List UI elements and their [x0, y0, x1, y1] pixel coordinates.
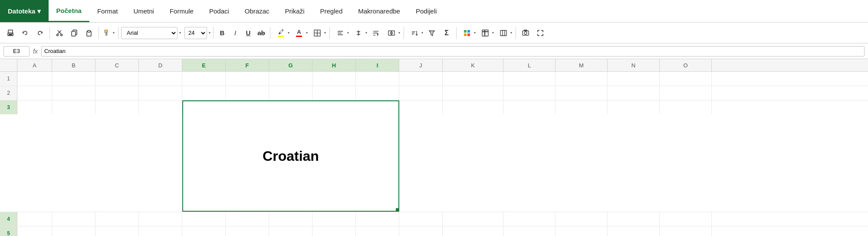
macros-menu[interactable]: Makronaredbe — [350, 0, 408, 22]
col-header-o[interactable]: O — [660, 59, 712, 71]
data-menu[interactable]: Podaci — [201, 0, 237, 22]
cell-c2[interactable] — [95, 86, 139, 100]
cell-c5[interactable] — [95, 226, 139, 236]
expand-button[interactable] — [533, 26, 547, 40]
cell-o1[interactable] — [660, 72, 712, 86]
cell-e5[interactable] — [182, 226, 226, 236]
row-header-1[interactable]: 1 — [0, 72, 17, 86]
sum-button[interactable]: Σ — [440, 26, 454, 40]
cell-m2[interactable] — [556, 86, 608, 100]
cell-l5[interactable] — [503, 226, 556, 236]
cell-i5[interactable] — [356, 226, 399, 236]
cols-button[interactable] — [496, 26, 510, 40]
underline-button[interactable]: U — [242, 27, 254, 39]
format-painter-button[interactable] — [102, 26, 113, 40]
cell-c3[interactable] — [95, 100, 139, 114]
col-header-g[interactable]: G — [269, 59, 312, 71]
col-header-n[interactable]: N — [608, 59, 660, 71]
cell-a4[interactable] — [17, 212, 52, 226]
cell-d4[interactable] — [139, 212, 182, 226]
cell-d5[interactable] — [139, 226, 182, 236]
col-header-a[interactable]: A — [17, 59, 52, 71]
cell-m5[interactable] — [556, 226, 608, 236]
font-size-selector[interactable]: 24 — [184, 27, 207, 39]
cell-h5[interactable] — [312, 226, 356, 236]
merge-group[interactable]: ▾ — [384, 25, 401, 41]
cell-d3[interactable] — [139, 100, 182, 114]
cell-k3[interactable] — [443, 100, 503, 114]
cell-k4[interactable] — [443, 212, 503, 226]
cell-k5[interactable] — [443, 226, 503, 236]
bold-button[interactable]: B — [216, 27, 228, 39]
cell-j1[interactable] — [399, 72, 443, 86]
undo-button[interactable] — [18, 26, 32, 40]
cell-g5[interactable] — [269, 226, 312, 236]
cell-c4[interactable] — [95, 212, 139, 226]
filter-button[interactable] — [425, 26, 439, 40]
form-menu[interactable]: Obrazac — [237, 0, 277, 22]
cell-n4[interactable] — [608, 212, 660, 226]
cell-h2[interactable] — [312, 86, 356, 100]
col-header-k[interactable]: K — [443, 59, 503, 71]
col-header-e[interactable]: E — [182, 59, 226, 71]
cell-l3[interactable] — [503, 100, 556, 114]
cell-m1[interactable] — [556, 72, 608, 86]
cell-o4[interactable] — [660, 212, 712, 226]
font-selector[interactable]: Arial — [121, 27, 178, 39]
cell-f4[interactable] — [226, 212, 269, 226]
cell-a2[interactable] — [17, 86, 52, 100]
borders-group[interactable]: ▾ — [309, 25, 327, 41]
cell-o3[interactable] — [660, 100, 712, 114]
halign-group[interactable]: ▾ — [332, 25, 350, 41]
home-menu[interactable]: Početna — [49, 0, 89, 22]
cell-a3[interactable] — [17, 100, 52, 114]
font-color-group[interactable]: A ▾ — [291, 25, 309, 41]
insert-menu[interactable]: Umetni — [125, 0, 162, 22]
cell-f1[interactable] — [226, 72, 269, 86]
formula-input[interactable]: Croatian — [41, 46, 865, 57]
col-header-d[interactable]: D — [139, 59, 182, 71]
col-header-c[interactable]: C — [95, 59, 139, 71]
col-header-h[interactable]: H — [312, 59, 356, 71]
merge-button[interactable] — [385, 26, 398, 40]
cell-g1[interactable] — [269, 72, 312, 86]
cell-n3[interactable] — [608, 100, 660, 114]
cell-m4[interactable] — [556, 212, 608, 226]
cond-format-group[interactable]: ▾ — [459, 25, 477, 41]
resize-handle[interactable] — [396, 208, 399, 212]
row-header-4[interactable]: 4 — [0, 212, 17, 226]
cell-reference[interactable]: E3 — [3, 46, 30, 57]
cell-e1[interactable] — [182, 72, 226, 86]
review-menu[interactable]: Pregled — [312, 0, 351, 22]
redo-button[interactable] — [33, 26, 47, 40]
cell-b4[interactable] — [52, 212, 95, 226]
highlight-button[interactable]: 🖍 — [274, 26, 288, 40]
halign-button[interactable] — [333, 26, 347, 40]
italic-button[interactable]: I — [229, 27, 241, 39]
cell-i2[interactable] — [356, 86, 399, 100]
cell-n1[interactable] — [608, 72, 660, 86]
cell-b3[interactable] — [52, 100, 95, 114]
sort-asc-group[interactable]: ▾ — [407, 25, 424, 41]
row-header-5[interactable]: 5 — [0, 226, 17, 236]
view-menu[interactable]: Prikaži — [277, 0, 312, 22]
cell-a1[interactable] — [17, 72, 52, 86]
cell-o5[interactable] — [660, 226, 712, 236]
cell-f5[interactable] — [226, 226, 269, 236]
cond-format-button[interactable] — [460, 26, 474, 40]
paste-button[interactable] — [82, 26, 96, 40]
cols-group[interactable]: ▾ — [496, 25, 513, 41]
cell-b2[interactable] — [52, 86, 95, 100]
valign-button[interactable] — [352, 26, 365, 40]
formulas-menu[interactable]: Formule — [162, 0, 201, 22]
cell-h4[interactable] — [312, 212, 356, 226]
cell-g4[interactable] — [269, 212, 312, 226]
cell-i4[interactable] — [356, 212, 399, 226]
col-header-f[interactable]: F — [226, 59, 269, 71]
borders-button[interactable] — [310, 26, 324, 40]
copy-button[interactable] — [67, 26, 81, 40]
share-menu[interactable]: Podijeli — [408, 0, 444, 22]
col-header-b[interactable]: B — [52, 59, 95, 71]
freeze-group[interactable]: ▾ — [477, 25, 495, 41]
cut-button[interactable] — [53, 26, 66, 40]
